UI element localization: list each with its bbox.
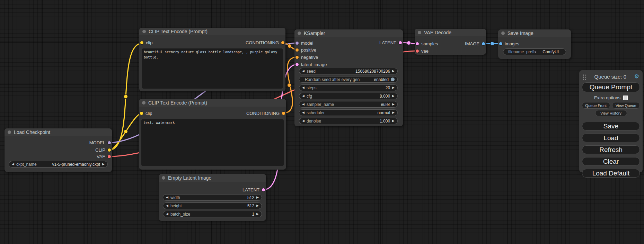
collapse-dot-icon[interactable] (418, 31, 421, 34)
positive-input-dot[interactable] (295, 48, 299, 52)
node-clip-text-encode-positive[interactable]: CLIP Text Encode (Prompt) clip CONDITION… (139, 28, 285, 91)
decrement-arrow-icon[interactable]: ◀ (166, 213, 168, 216)
prompt-textarea-negative[interactable]: text, watermark (141, 119, 284, 166)
load-default-button[interactable]: Load Default (582, 169, 640, 178)
model-input-slot: model (295, 40, 313, 46)
clear-button[interactable]: Clear (582, 157, 640, 166)
queue-prompt-button[interactable]: Queue Prompt (582, 82, 640, 92)
view-queue-button[interactable]: View Queue (612, 102, 640, 109)
load-button[interactable]: Load (582, 134, 640, 142)
vae-output-dot[interactable] (108, 155, 111, 158)
decrement-arrow-icon[interactable]: ◀ (302, 86, 305, 89)
decrement-arrow-icon[interactable]: ◀ (302, 111, 305, 114)
vae-input-dot[interactable] (416, 49, 419, 53)
scheduler-widget[interactable]: ◀ scheduler normal ▶ (299, 109, 398, 116)
node-title: Load Checkpoint (14, 129, 50, 135)
collapse-dot-icon[interactable] (298, 31, 301, 35)
node-title-bar[interactable]: Save Image (498, 29, 571, 37)
increment-arrow-icon[interactable]: ▶ (392, 70, 395, 73)
cfg-widget[interactable]: ◀ cfg 8.000 ▶ (299, 93, 398, 99)
collapse-dot-icon[interactable] (501, 31, 505, 35)
width-widget[interactable]: ◀ width 512 ▶ (163, 194, 262, 201)
random-seed-toggle-icon[interactable] (391, 78, 395, 81)
increment-arrow-icon[interactable]: ▶ (392, 94, 395, 98)
increment-arrow-icon[interactable]: ▶ (102, 163, 105, 166)
slot-label: VAE (97, 154, 105, 159)
latent-output-dot[interactable] (262, 188, 265, 191)
node-empty-latent-image[interactable]: Empty Latent Image LATENT ◀ width 512 ▶ … (159, 174, 266, 221)
collapse-dot-icon[interactable] (8, 130, 11, 134)
link-midpoint-dot (288, 83, 291, 87)
increment-arrow-icon[interactable]: ▶ (392, 103, 395, 106)
node-title-bar[interactable]: CLIP Text Encode (Prompt) (139, 28, 285, 35)
model-input-dot[interactable] (295, 42, 299, 45)
node-graph-canvas[interactable]: Load Checkpoint MODEL CLIP VAE ◀ ckpt_na… (0, 0, 644, 244)
latent-image-input-slot: latent_image (295, 61, 327, 67)
latent-output-dot[interactable] (399, 41, 402, 44)
conditioning-output-dot[interactable] (282, 112, 285, 115)
link-midpoint-dot (124, 95, 128, 99)
decrement-arrow-icon[interactable]: ◀ (302, 94, 305, 98)
increment-arrow-icon[interactable]: ▶ (392, 119, 395, 123)
node-title-bar[interactable]: VAE Decode (415, 29, 486, 36)
slot-label: latent_image (301, 62, 327, 67)
conditioning-output-dot[interactable] (281, 41, 284, 44)
decrement-arrow-icon[interactable]: ◀ (12, 163, 14, 166)
node-clip-text-encode-negative[interactable]: CLIP Text Encode (Prompt) clip CONDITION… (139, 99, 286, 170)
clip-output-slot: CLIP (95, 147, 111, 153)
queue-menu-panel[interactable]: Queue size: 0 ⚙ Queue Prompt Extra optio… (579, 70, 643, 172)
settings-gear-icon[interactable]: ⚙ (634, 74, 639, 79)
decrement-arrow-icon[interactable]: ◀ (166, 196, 168, 199)
decrement-arrow-icon[interactable]: ◀ (302, 119, 305, 123)
steps-widget[interactable]: ◀ steps 20 ▶ (299, 84, 398, 91)
node-load-checkpoint[interactable]: Load Checkpoint MODEL CLIP VAE ◀ ckpt_na… (5, 128, 112, 172)
samples-input-dot[interactable] (416, 42, 419, 45)
node-ksampler[interactable]: KSampler model positive negative latent_… (294, 29, 403, 126)
increment-arrow-icon[interactable]: ▶ (256, 213, 259, 216)
node-title: CLIP Text Encode (Prompt) (149, 29, 208, 34)
denoise-widget[interactable]: ◀ denoise 1.000 ▶ (299, 118, 398, 124)
negative-input-dot[interactable] (295, 56, 299, 59)
save-button[interactable]: Save (582, 122, 640, 130)
clip-input-dot[interactable] (140, 112, 143, 115)
images-input-dot[interactable] (499, 42, 502, 45)
collapse-dot-icon[interactable] (162, 176, 165, 180)
slot-label: vae (421, 48, 429, 54)
seed-widget[interactable]: ◀ seed 156680208700286 ▶ (299, 68, 398, 74)
link-midpoint-dot (407, 41, 411, 45)
conditioning-output-slot: CONDITIONING (246, 110, 285, 116)
increment-arrow-icon[interactable]: ▶ (392, 111, 395, 114)
image-output-dot[interactable] (482, 42, 485, 45)
node-title-bar[interactable]: CLIP Text Encode (Prompt) (139, 99, 286, 107)
link-midpoint-dot (124, 130, 128, 134)
node-title-bar[interactable]: Empty Latent Image (159, 174, 266, 182)
latent-image-input-dot[interactable] (295, 63, 299, 66)
clip-input-dot[interactable] (140, 41, 143, 44)
decrement-arrow-icon[interactable]: ◀ (302, 70, 305, 73)
decrement-arrow-icon[interactable]: ◀ (166, 204, 168, 207)
queue-front-button[interactable]: Queue Front (582, 102, 610, 109)
extra-options-checkbox[interactable] (623, 96, 628, 100)
node-title-bar[interactable]: Load Checkpoint (5, 128, 112, 136)
refresh-button[interactable]: Refresh (582, 145, 640, 154)
increment-arrow-icon[interactable]: ▶ (256, 196, 259, 199)
height-widget[interactable]: ◀ height 512 ▶ (163, 202, 262, 209)
node-vae-decode[interactable]: VAE Decode samples vae IMAGE (415, 29, 486, 55)
prompt-textarea-positive[interactable]: beautiful scenery nature glass bottle la… (142, 48, 283, 89)
increment-arrow-icon[interactable]: ▶ (392, 86, 395, 89)
increment-arrow-icon[interactable]: ▶ (256, 204, 259, 207)
drag-handle-icon[interactable] (583, 74, 586, 80)
node-title-bar[interactable]: KSampler (294, 29, 403, 37)
model-output-dot[interactable] (108, 141, 111, 144)
view-history-button[interactable]: View History (595, 110, 627, 116)
sampler-name-widget[interactable]: ◀ sampler_name euler ▶ (299, 101, 398, 108)
filename-prefix-widget[interactable]: filename_prefix ComfyUI (503, 48, 566, 55)
decrement-arrow-icon[interactable]: ◀ (302, 103, 305, 106)
clip-output-dot[interactable] (108, 148, 111, 152)
random-seed-widget[interactable]: Random seed after every gen enabled (299, 76, 398, 83)
batch-size-widget[interactable]: ◀ batch_size 1 ▶ (163, 211, 262, 217)
node-save-image[interactable]: Save Image images filename_prefix ComfyU… (498, 29, 571, 59)
collapse-dot-icon[interactable] (142, 30, 146, 33)
ckpt-name-widget[interactable]: ◀ ckpt_name v1-5-pruned-emaonly.ckpt ▶ (9, 161, 108, 168)
collapse-dot-icon[interactable] (142, 101, 145, 105)
